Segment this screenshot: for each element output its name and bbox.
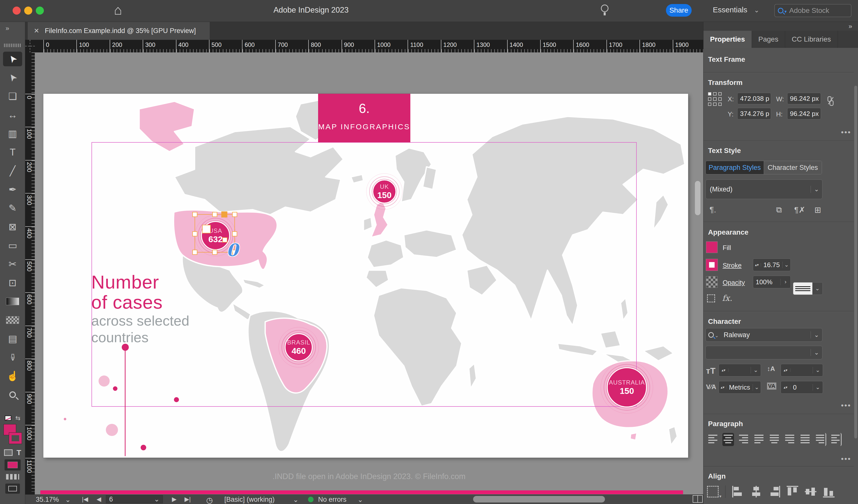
share-button[interactable]: Share bbox=[666, 4, 692, 17]
align-right-edges-icon[interactable] bbox=[768, 486, 780, 498]
note-tool[interactable]: ▤ bbox=[3, 331, 22, 346]
home-icon[interactable]: ⌂ bbox=[114, 2, 122, 18]
selection-rotate-handle[interactable] bbox=[221, 211, 227, 217]
align-right-icon[interactable] bbox=[738, 433, 749, 446]
previous-page-button[interactable]: ◀ bbox=[97, 496, 101, 503]
next-page-button[interactable]: ▶ bbox=[172, 496, 176, 503]
workspace-switcher[interactable]: Essentials ⌄ bbox=[713, 5, 760, 14]
type-tool[interactable]: T bbox=[3, 145, 22, 160]
chevron-down-icon[interactable]: ⌄ bbox=[811, 349, 822, 356]
pencil-tool[interactable]: ✎ bbox=[3, 201, 22, 215]
h-field[interactable]: 96.242 px bbox=[787, 108, 821, 119]
collapse-panel-icon[interactable]: » bbox=[849, 22, 852, 30]
gap-tool[interactable]: ↔ bbox=[3, 108, 22, 122]
vertical-scrollbar-thumb[interactable] bbox=[695, 181, 700, 215]
selection-handle[interactable] bbox=[212, 250, 217, 255]
screen-mode-button[interactable] bbox=[5, 484, 20, 494]
align-top-edges-icon[interactable] bbox=[786, 486, 798, 498]
selection-handle[interactable] bbox=[192, 250, 197, 255]
opacity-swatch-icon[interactable] bbox=[706, 276, 718, 288]
zoom-tool[interactable] bbox=[3, 387, 22, 402]
close-window-button[interactable] bbox=[13, 6, 21, 15]
chevron-down-icon[interactable]: ⌄ bbox=[811, 331, 822, 338]
stroke-swatch[interactable] bbox=[706, 259, 718, 271]
marker-uk[interactable]: UK 150 bbox=[372, 179, 397, 204]
stroke-type-select[interactable]: ⌄ bbox=[793, 282, 823, 295]
tab-pages[interactable]: Pages bbox=[752, 31, 785, 48]
font-size-stepper[interactable]: ▴▾⌄ bbox=[719, 364, 761, 376]
tab-cc-libraries[interactable]: CC Libraries bbox=[785, 31, 838, 48]
gradient-swatch-tool[interactable] bbox=[3, 294, 22, 309]
x-field[interactable]: 472.038 p bbox=[737, 93, 771, 104]
align-left-edges-icon[interactable] bbox=[732, 486, 744, 498]
pen-tool[interactable]: ✒ bbox=[3, 182, 22, 197]
hand-tool[interactable]: ☝ bbox=[3, 369, 22, 383]
chevron-down-icon[interactable]: ⌄ bbox=[811, 186, 822, 193]
stroke-weight-stepper[interactable]: ▴▾ 16.75 ⌄ bbox=[753, 259, 791, 271]
expand-tools-icon[interactable]: » bbox=[5, 25, 10, 32]
infographic-title-box[interactable]: 6. MAP INFOGRAPHICS bbox=[318, 94, 410, 142]
vertical-ruler[interactable]: 0 100 200 300 400 500 600 700 800 900 10… bbox=[25, 52, 35, 495]
frame-tool[interactable]: ⊠ bbox=[3, 220, 22, 234]
paragraph-mark-icon[interactable]: ¶. bbox=[710, 205, 716, 214]
close-tab-icon[interactable]: ✕ bbox=[34, 27, 39, 35]
headline-text[interactable]: Number of cases across selected countrie… bbox=[91, 272, 189, 346]
document-tab[interactable]: ✕ FileInfo.com Example.indd @ 35% [GPU P… bbox=[28, 22, 210, 40]
eyedropper-tool[interactable]: ✑ bbox=[3, 350, 22, 365]
page-tool[interactable]: ❏ bbox=[3, 89, 22, 103]
new-style-icon[interactable]: ⊞ bbox=[814, 205, 821, 215]
page-chevron-icon[interactable]: ⌄ bbox=[154, 495, 160, 503]
link-broken-icon[interactable] bbox=[827, 96, 832, 105]
default-fill-stroke-icon[interactable] bbox=[5, 416, 11, 421]
reference-point-grid[interactable] bbox=[708, 92, 721, 106]
gradient-feather-tool[interactable] bbox=[3, 313, 22, 327]
zoom-chevron-icon[interactable]: ⌄ bbox=[65, 496, 71, 504]
leading-stepper[interactable]: ▴▾⌄ bbox=[781, 364, 823, 376]
paragraph-more-options[interactable]: ••• bbox=[841, 455, 851, 463]
minimize-window-button[interactable] bbox=[24, 6, 32, 15]
w-field[interactable]: 96.242 px bbox=[787, 93, 821, 104]
content-grabber-handle[interactable] bbox=[202, 225, 211, 233]
transform-more-options[interactable]: ••• bbox=[841, 128, 851, 136]
formatting-affects-text-icon[interactable]: T bbox=[17, 448, 21, 457]
apply-color-button[interactable] bbox=[4, 459, 21, 471]
errors-chevron-icon[interactable]: ⌄ bbox=[358, 496, 363, 504]
justify-all-icon[interactable] bbox=[799, 433, 811, 446]
page-number-field[interactable]: 6 ⌄ bbox=[106, 495, 163, 503]
rectangle-tool[interactable]: ▭ bbox=[3, 238, 22, 253]
justify-last-right-icon[interactable] bbox=[784, 433, 795, 446]
scissors-tool[interactable]: ✂ bbox=[3, 257, 22, 272]
selection-handle[interactable] bbox=[192, 231, 197, 237]
font-family-select[interactable]: ⌄ Raleway ⌄ bbox=[705, 328, 823, 342]
last-page-button[interactable]: ▶| bbox=[185, 496, 191, 503]
import-styles-icon[interactable]: ⧉ bbox=[776, 205, 782, 214]
paragraph-styles-tab[interactable]: Paragraph Styles bbox=[706, 161, 764, 174]
align-vertical-centers-icon[interactable] bbox=[805, 486, 816, 498]
selection-handle[interactable] bbox=[232, 212, 237, 217]
content-collector-tool[interactable]: ▥ bbox=[3, 126, 22, 141]
chevron-down-icon[interactable]: ⌄ bbox=[782, 262, 791, 268]
stroke-label[interactable]: Stroke bbox=[722, 262, 742, 270]
style-select[interactable]: (Mixed) ⌄ bbox=[705, 179, 823, 199]
selection-handle[interactable] bbox=[232, 231, 237, 237]
chevron-right-icon[interactable]: › bbox=[780, 279, 791, 285]
justify-last-center-icon[interactable] bbox=[768, 433, 780, 446]
align-to-selection-icon[interactable] bbox=[707, 486, 719, 498]
stroke-color-swatch[interactable] bbox=[9, 433, 22, 444]
selection-tool[interactable]: ➤ bbox=[3, 52, 22, 66]
preflight-preset[interactable]: [Basic] (working) bbox=[224, 496, 275, 504]
marker-brasil[interactable]: BRASIL 460 bbox=[285, 333, 313, 361]
free-transform-tool[interactable]: ⊡ bbox=[3, 275, 22, 290]
line-tool[interactable]: ╱ bbox=[3, 164, 22, 178]
apply-gradient-icon[interactable] bbox=[6, 474, 19, 479]
spread-view-icon[interactable] bbox=[693, 495, 703, 503]
align-center-icon[interactable] bbox=[722, 433, 734, 446]
adobe-stock-search[interactable]: ▾ Adobe Stock bbox=[774, 4, 852, 17]
swap-fill-stroke-icon[interactable]: ⇆ bbox=[15, 414, 20, 422]
tracking-stepper[interactable]: ▴▾0⌄ bbox=[781, 381, 823, 394]
fill-swatch[interactable] bbox=[706, 241, 718, 253]
lightbulb-icon[interactable] bbox=[601, 4, 608, 12]
direct-selection-tool[interactable]: ➤ bbox=[3, 70, 22, 85]
ruler-origin-corner[interactable] bbox=[25, 40, 35, 52]
horizontal-scrollbar-thumb[interactable] bbox=[473, 496, 605, 503]
